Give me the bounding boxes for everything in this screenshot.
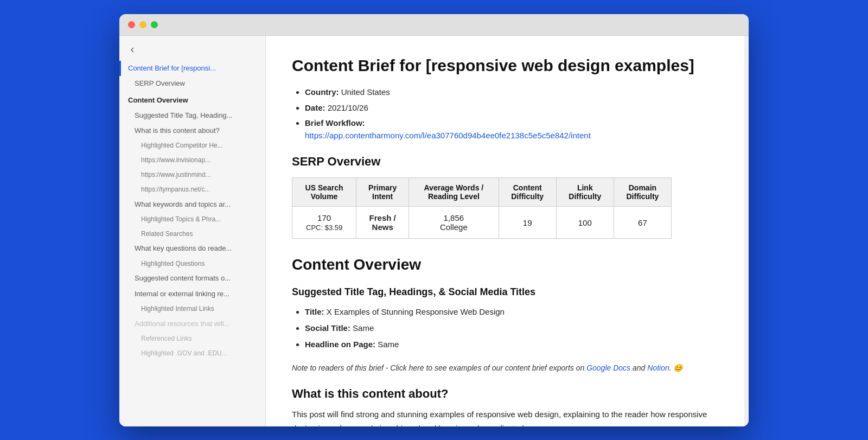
- scrollbar-track: [744, 36, 749, 426]
- notion-link[interactable]: Notion: [647, 364, 669, 372]
- page-title: Content Brief for [responsive web design…: [292, 55, 718, 76]
- td-avg-words: 1,856College: [409, 207, 499, 239]
- what-content-body: This post will find strong and stunning …: [292, 407, 718, 426]
- sidebar-item-content-overview[interactable]: Content Overview: [119, 91, 265, 108]
- td-domain-difficulty: 67: [614, 207, 671, 239]
- sidebar: Content Brief for [responsi... SERP Over…: [119, 36, 266, 426]
- back-icon: [128, 46, 137, 54]
- sidebar-item-what-questions[interactable]: What key questions do reade...: [119, 241, 265, 256]
- what-content-title: What is this content about?: [292, 387, 718, 401]
- close-button[interactable]: [128, 21, 135, 28]
- sidebar-item-suggested-formats[interactable]: Suggested content formats o...: [119, 271, 265, 286]
- minimize-button[interactable]: [139, 21, 146, 28]
- td-content-difficulty: 19: [499, 207, 556, 239]
- note-text: Note to readers of this brief - Click he…: [292, 362, 718, 374]
- sidebar-item-highlighted-internal[interactable]: Highlighted Internal Links: [119, 302, 265, 316]
- sidebar-item-internal-external[interactable]: Internal or external linking re...: [119, 286, 265, 302]
- traffic-lights: [128, 21, 158, 28]
- serp-table-row: 170CPC: $3.59 Fresh /News 1,856College 1…: [292, 207, 672, 239]
- sidebar-item-content-brief[interactable]: Content Brief for [responsi...: [119, 61, 265, 76]
- app-window: Content Brief for [responsi... SERP Over…: [119, 14, 749, 426]
- content-area: Content Brief for [responsi... SERP Over…: [119, 36, 749, 426]
- meta-list: Country: United States Date: 2021/10/26 …: [292, 86, 718, 142]
- td-primary-intent: Fresh /News: [356, 207, 409, 239]
- serp-overview-title: SERP Overview: [292, 155, 718, 169]
- meta-workflow: Brief Workflow: https://app.contentharmo…: [305, 117, 718, 142]
- sidebar-item-invision[interactable]: https://www.invisionap...: [119, 153, 265, 168]
- td-us-search-volume: 170CPC: $3.59: [292, 207, 356, 239]
- th-link-difficulty: LinkDifficulty: [556, 178, 614, 207]
- sidebar-item-related-searches[interactable]: Related Searches: [119, 227, 265, 241]
- bullet-headline: Headline on Page: Same: [305, 338, 718, 351]
- content-overview-title: Content Overview: [292, 256, 718, 273]
- sidebar-item-serp-overview[interactable]: SERP Overview: [119, 76, 265, 91]
- th-primary-intent: PrimaryIntent: [356, 178, 409, 207]
- th-domain-difficulty: DomainDifficulty: [614, 178, 671, 207]
- sidebar-item-tympanus[interactable]: https://tympanus.net/c...: [119, 182, 265, 197]
- meta-country: Country: United States: [305, 86, 718, 99]
- main-content: Content Brief for [responsive web design…: [266, 36, 744, 426]
- sidebar-item-highlighted-topics[interactable]: Highlighted Topics & Phra...: [119, 212, 265, 227]
- bullet-title: Title: X Examples of Stunning Responsive…: [305, 305, 718, 318]
- sidebar-item-referenced-links[interactable]: Referenced Links: [119, 331, 265, 346]
- workflow-link[interactable]: https://app.contentharmony.com/l/ea30776…: [305, 131, 591, 140]
- sidebar-item-what-content[interactable]: What is this content about?: [119, 123, 265, 138]
- sidebar-item-suggested-title[interactable]: Suggested Title Tag, Heading...: [119, 108, 265, 123]
- suggested-title-section-title: Suggested Title Tag, Headings, & Social …: [292, 286, 718, 298]
- meta-date: Date: 2021/10/26: [305, 102, 718, 114]
- titlebar: [119, 14, 749, 36]
- th-us-search-volume: US SearchVolume: [292, 178, 356, 207]
- sidebar-item-justinmind[interactable]: https://www.justinmind...: [119, 168, 265, 182]
- sidebar-item-highlighted-questions[interactable]: Highlighted Questions: [119, 257, 265, 271]
- sidebar-item-additional-resources[interactable]: Additional resources that will...: [119, 316, 265, 331]
- sidebar-item-what-keywords[interactable]: What keywords and topics ar...: [119, 197, 265, 212]
- td-link-difficulty: 100: [556, 207, 614, 239]
- bullet-social-title: Social Title: Same: [305, 322, 718, 335]
- th-content-difficulty: ContentDifficulty: [499, 178, 556, 207]
- serp-table: US SearchVolume PrimaryIntent Average Wo…: [292, 177, 672, 239]
- suggested-title-bullets: Title: X Examples of Stunning Responsive…: [292, 305, 718, 351]
- maximize-button[interactable]: [151, 21, 158, 28]
- google-docs-link[interactable]: Google Docs: [586, 364, 630, 372]
- sidebar-item-highlighted-gov[interactable]: Highlighted .GOV and .EDU...: [119, 346, 265, 361]
- sidebar-item-highlighted-competitor[interactable]: Highlighted Competitor He...: [119, 138, 265, 153]
- th-avg-words: Average Words /Reading Level: [409, 178, 499, 207]
- back-button[interactable]: [119, 42, 265, 61]
